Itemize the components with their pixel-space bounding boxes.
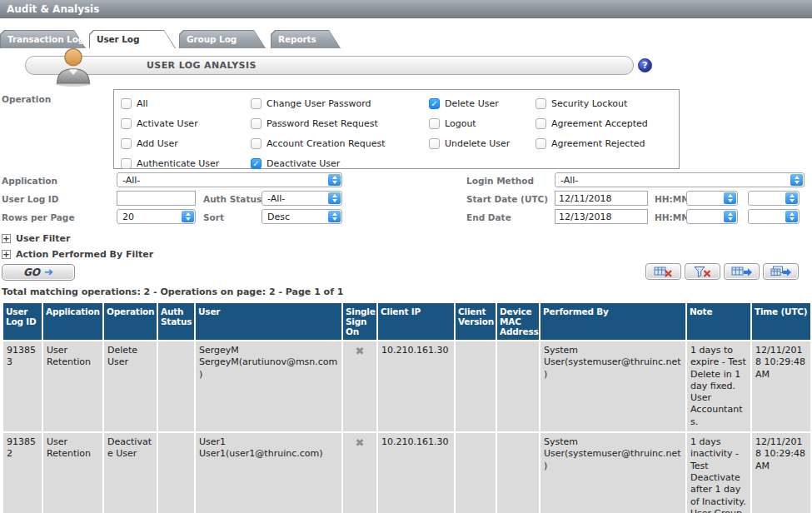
cell-user: SergeyM SergeyM(arutiunov@msn.com) — [195, 341, 342, 432]
col-operation: Operation — [103, 302, 157, 341]
tab-group-log[interactable]: Group Log — [179, 30, 266, 48]
end-hour-select[interactable] — [686, 209, 738, 224]
checkbox[interactable]: ✓ — [121, 118, 132, 129]
checkbox-label: Logout — [445, 118, 476, 129]
filter-x-icon — [693, 266, 713, 278]
checkbox-change-user-password[interactable]: ✓ Change User Password — [251, 96, 386, 111]
help-icon[interactable]: ? — [638, 58, 652, 72]
checkbox[interactable]: ✓ — [251, 138, 262, 149]
operation-checkbox-panel: ✓ All ✓ Activate User ✓ Add User ✓ Authe… — [113, 89, 680, 169]
export-all-button[interactable] — [763, 263, 799, 280]
rows-per-page-select[interactable]: 20 — [117, 209, 196, 224]
operation-label: Operation — [2, 94, 51, 104]
checkbox-delete-user[interactable]: ✓ Delete User — [429, 96, 510, 111]
col-single-sign-on: Single Sign On — [342, 302, 377, 341]
plus-icon[interactable]: + — [2, 250, 11, 259]
select-value: Desc — [267, 212, 290, 222]
auth-status-label: Auth Status — [203, 194, 262, 204]
cell-application: User Retention — [42, 432, 103, 513]
stepper-icon — [328, 211, 341, 222]
login-method-select[interactable]: -All- — [555, 172, 805, 187]
clear-results-button[interactable] — [645, 263, 681, 280]
checkbox-all[interactable]: ✓ All — [121, 96, 219, 111]
checkbox[interactable]: ✓ — [251, 98, 262, 109]
checkbox-account-creation-request[interactable]: ✓ Account Creation Request — [251, 136, 386, 151]
user-log-id-input[interactable] — [117, 191, 196, 206]
cell-single-sign-on: ✖ — [342, 432, 377, 513]
start-hour-select[interactable] — [686, 191, 738, 206]
cell-application: User Retention — [42, 341, 103, 432]
checkbox[interactable]: ✓ — [251, 118, 262, 129]
table-row: 913853 User Retention Delete User Sergey… — [2, 341, 811, 432]
checkbox-label: Security Lockout — [551, 98, 627, 109]
sort-select[interactable]: Desc — [262, 209, 342, 224]
stepper-icon — [785, 211, 798, 222]
user-avatar-icon — [50, 47, 97, 90]
plus-icon[interactable]: + — [2, 234, 11, 243]
go-button[interactable]: GO ➔ — [2, 264, 75, 281]
tab-user-log[interactable]: User Log — [89, 30, 176, 48]
end-date-input[interactable] — [555, 209, 648, 224]
checkbox-authenticate-user[interactable]: ✓ Authenticate User — [121, 156, 219, 171]
checkbox-undelete-user[interactable]: ✓ Undelete User — [429, 136, 510, 151]
stepper-icon — [182, 211, 194, 222]
checkbox-add-user[interactable]: ✓ Add User — [121, 136, 219, 151]
tab-label: Reports — [271, 30, 341, 44]
expander-label: User Filter — [16, 233, 70, 244]
cell-client-version — [455, 341, 496, 432]
checkbox[interactable]: ✓ — [121, 138, 132, 149]
table-row: 913852 User Retention Deactivate User Us… — [2, 432, 811, 513]
checkbox[interactable]: ✓ — [121, 98, 132, 109]
check-icon: ✓ — [252, 159, 261, 168]
cell-user: User1 User1(user1@thruinc.com) — [195, 432, 342, 513]
checkbox-label: Authenticate User — [137, 158, 219, 169]
col-client-ip: Client IP — [377, 302, 455, 341]
stepper-icon — [328, 174, 341, 186]
export-page-button[interactable] — [724, 263, 760, 280]
application-select[interactable]: -All- — [117, 172, 342, 187]
checkbox[interactable]: ✓ — [536, 138, 546, 149]
checkbox[interactable]: ✓ — [121, 158, 132, 169]
end-minute-select[interactable] — [748, 209, 800, 224]
checkbox[interactable]: ✓ — [536, 118, 546, 129]
checkbox-logout[interactable]: ✓ Logout — [429, 116, 510, 131]
start-date-input[interactable] — [555, 191, 648, 206]
action-performed-by-filter-expander[interactable]: + Action Performed By Filter — [2, 249, 153, 260]
checkbox[interactable]: ✓ — [536, 98, 546, 109]
cell-client-ip: 10.210.161.30 — [377, 341, 455, 432]
start-minute-select[interactable] — [748, 191, 800, 206]
page-title: Audit & Analysis — [0, 0, 812, 18]
end-hhmm-label: HH:MM — [655, 212, 690, 222]
x-mark-icon: ✖ — [356, 436, 365, 449]
checkbox[interactable]: ✓ — [429, 138, 440, 149]
checkbox-agreement-accepted[interactable]: ✓ Agreement Accepted — [536, 116, 648, 131]
user-filter-expander[interactable]: + User Filter — [2, 233, 70, 244]
audit-analysis-page: Audit & Analysis Transaction Log User Lo… — [0, 0, 812, 513]
checkbox[interactable]: ✓ — [251, 158, 262, 169]
table-x-icon — [654, 266, 674, 278]
auth-status-select[interactable]: -All- — [262, 191, 342, 206]
clear-filter-button[interactable] — [685, 263, 720, 280]
tab-label: Transaction Log — [0, 30, 86, 44]
col-performed-by: Performed By — [540, 302, 686, 341]
checkbox-label: Password Reset Request — [267, 118, 378, 129]
checkbox-deactivate-user[interactable]: ✓ Deactivate User — [251, 156, 386, 171]
checkbox[interactable]: ✓ — [429, 118, 440, 129]
expander-label: Action Performed By Filter — [16, 249, 153, 260]
tab-reports[interactable]: Reports — [271, 30, 341, 48]
col-device-mac-address: Device MAC Address — [496, 302, 540, 341]
checkbox-activate-user[interactable]: ✓ Activate User — [121, 116, 219, 131]
stepper-icon — [724, 211, 736, 222]
checkbox-label: Account Creation Request — [267, 138, 386, 149]
col-client-version: Client Version — [455, 302, 496, 341]
tab-label: Group Log — [179, 30, 266, 44]
checkbox[interactable]: ✓ — [429, 98, 440, 109]
checkbox-agreement-rejected[interactable]: ✓ Agreement Rejected — [536, 136, 648, 151]
cell-auth-status — [157, 432, 195, 513]
checkbox-security-lockout[interactable]: ✓ Security Lockout — [536, 96, 648, 111]
cell-performed-by: System User(systemuser@thruinc.net) — [540, 341, 686, 432]
arrow-right-icon: ➔ — [44, 267, 53, 277]
tab-transaction-log[interactable]: Transaction Log — [0, 30, 86, 48]
checkbox-password-reset-request[interactable]: ✓ Password Reset Request — [251, 116, 386, 131]
cell-user-log-id: 913853 — [2, 341, 42, 432]
